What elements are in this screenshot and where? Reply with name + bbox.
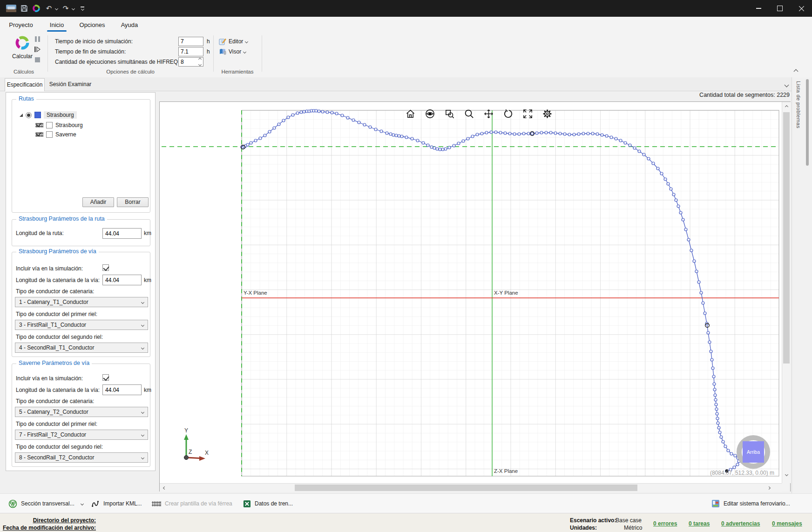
ribbon-collapse-icon[interactable] bbox=[794, 68, 798, 74]
settings-gear-icon[interactable] bbox=[541, 108, 553, 120]
route-radio[interactable] bbox=[26, 112, 32, 118]
scroll-right-icon[interactable] bbox=[765, 484, 772, 492]
tree-row-route[interactable]: Strasbourg bbox=[20, 111, 77, 119]
track-checkbox[interactable] bbox=[46, 122, 53, 128]
first-rail-conductor-select[interactable]: 3 - FirstRail_T1_Conductor bbox=[15, 320, 148, 330]
tree-row-track[interactable]: Saverne bbox=[35, 130, 76, 139]
visor-button[interactable]: Visor bbox=[219, 47, 246, 56]
undo-button[interactable]: ↶ bbox=[45, 4, 53, 13]
chevron-down-icon bbox=[141, 300, 144, 303]
pause-button[interactable] bbox=[34, 35, 41, 43]
track-label[interactable]: Strasbourg bbox=[55, 122, 83, 128]
close-button[interactable] bbox=[791, 0, 812, 17]
first-rail-conductor-select[interactable]: 7 - FirstRail_T2_Conductor bbox=[15, 430, 148, 440]
horizontal-scroll-thumb[interactable] bbox=[295, 485, 637, 491]
scroll-up-icon[interactable] bbox=[783, 103, 790, 110]
catenary-conductor-select[interactable]: 5 - Catenary_T2_Conductor bbox=[15, 407, 148, 417]
track-checkbox[interactable] bbox=[46, 131, 53, 138]
step-button[interactable] bbox=[34, 46, 41, 53]
add-route-button[interactable]: Añadir bbox=[82, 197, 114, 207]
save-icon[interactable] bbox=[20, 4, 29, 13]
pan-icon[interactable] bbox=[482, 108, 494, 120]
route-label[interactable]: Strasbourg bbox=[44, 111, 77, 119]
catenary-length-unit: km bbox=[144, 387, 151, 393]
maximize-button[interactable] bbox=[769, 0, 791, 17]
second-rail-conductor-select[interactable]: 4 - SecondRail_T1_Conductor bbox=[15, 343, 148, 353]
catenary-length-input[interactable] bbox=[102, 275, 142, 285]
messages-link[interactable]: 0 mensajes bbox=[772, 520, 802, 527]
tree-expander-icon[interactable] bbox=[20, 114, 23, 117]
view-cube-top-button[interactable]: Arriba bbox=[743, 441, 764, 463]
horizontal-scrollbar[interactable] bbox=[160, 483, 782, 492]
plane-label-yx: Y-X Plane bbox=[244, 290, 267, 296]
editor-button[interactable]: Editor bbox=[219, 37, 248, 46]
route-3d-viewport[interactable]: Y-X Plane X-Y Plane Z-X Plane bbox=[159, 101, 791, 492]
scroll-down-icon[interactable] bbox=[783, 471, 790, 478]
tabstrip-dropdown-icon[interactable] bbox=[785, 81, 788, 88]
problems-panel-strip[interactable]: Lista de problemas bbox=[792, 77, 812, 493]
zoom-window-icon[interactable] bbox=[443, 108, 455, 120]
chevron-down-icon[interactable] bbox=[81, 502, 84, 505]
scroll-left-icon[interactable] bbox=[161, 484, 168, 492]
calcular-button[interactable]: Calcular bbox=[9, 34, 35, 63]
logo-icon[interactable] bbox=[32, 4, 41, 13]
hifreq-runs-label: Cantidad de ejecuciones simultáneas de H… bbox=[55, 58, 179, 66]
rotate-icon[interactable] bbox=[502, 108, 514, 120]
fit-view-icon[interactable] bbox=[521, 108, 534, 120]
redo-dropdown-icon[interactable] bbox=[71, 4, 75, 13]
redo-button[interactable]: ↷ bbox=[61, 4, 70, 13]
track-label[interactable]: Saverne bbox=[55, 131, 76, 138]
catenary-conductor-select[interactable]: 1 - Catenary_T1_Conductor bbox=[15, 297, 148, 307]
cross-section-button[interactable]: Sección transversal... bbox=[8, 494, 83, 513]
catenary-length-label: Longitud de la catenaria de la vía: bbox=[16, 277, 100, 283]
menu-tab-ayuda[interactable]: Ayuda bbox=[119, 20, 140, 30]
catenary-length-input[interactable] bbox=[102, 384, 142, 395]
calcular-label: Calcular bbox=[9, 53, 35, 60]
create-track-template-button[interactable]: Crear plantilla de vía férrea bbox=[152, 494, 232, 513]
train-data-icon bbox=[243, 500, 251, 508]
plane-label-zx: Z-X Plane bbox=[494, 468, 518, 474]
vertical-scroll-thumb[interactable] bbox=[783, 112, 790, 364]
delete-route-button[interactable]: Borrar bbox=[117, 197, 149, 207]
problems-panel-label[interactable]: Lista de problemas bbox=[796, 81, 801, 128]
edit-railway-system-button[interactable]: Editar sistema ferroviario... bbox=[711, 494, 790, 513]
menu-tab-proyecto[interactable]: Proyecto bbox=[9, 20, 33, 30]
select-value: 7 - FirstRail_T2_Conductor bbox=[19, 431, 142, 438]
select-value: 4 - SecondRail_T1_Conductor bbox=[19, 344, 142, 351]
units-value: Métrico bbox=[624, 525, 642, 531]
include-track-checkbox[interactable] bbox=[102, 264, 109, 271]
train-data-button[interactable]: Datos de tren... bbox=[243, 494, 293, 513]
select-value: 3 - FirstRail_T1_Conductor bbox=[19, 322, 142, 328]
second-rail-conductor-select[interactable]: 8 - SecondRail_T2_Conductor bbox=[15, 452, 148, 463]
select-value: 1 - Catenary_T1_Conductor bbox=[19, 299, 142, 305]
include-track-checkbox[interactable] bbox=[102, 374, 109, 381]
eye-icon[interactable] bbox=[424, 108, 436, 120]
specification-panel: Rutas Strasbourg Strasbourg Saverne Añad… bbox=[6, 92, 156, 471]
catenary-conductor-label: Tipo de conductor de catenaria: bbox=[16, 398, 94, 404]
hifreq-runs-spinner[interactable] bbox=[197, 58, 203, 66]
undo-dropdown-icon[interactable] bbox=[54, 4, 59, 13]
tasks-link[interactable]: 0 tareas bbox=[689, 520, 710, 527]
project-directory-label[interactable]: Directorio del proyecto: bbox=[0, 517, 96, 524]
home-icon[interactable] bbox=[404, 108, 416, 120]
problems-panel-handle[interactable] bbox=[806, 79, 809, 166]
sim-end-input[interactable] bbox=[178, 47, 203, 56]
tab-sesion-examinar[interactable]: Sesión Examinar bbox=[46, 78, 95, 91]
route-length-input[interactable] bbox=[102, 228, 142, 239]
customize-toolbar-icon[interactable] bbox=[79, 4, 86, 13]
tab-especificacion[interactable]: Especificación bbox=[5, 78, 45, 91]
minimize-button[interactable] bbox=[748, 0, 769, 17]
tree-row-track[interactable]: Strasbourg bbox=[35, 121, 83, 129]
menu-tab-opciones[interactable]: Opciones bbox=[79, 20, 105, 30]
railway-system-icon bbox=[711, 499, 720, 508]
track2-groupbox: Saverne Parámetros de vía Incluir vía en… bbox=[12, 364, 150, 467]
sim-start-input[interactable] bbox=[178, 37, 203, 46]
warnings-link[interactable]: 0 advertencias bbox=[721, 520, 760, 527]
file-modified-label[interactable]: Fecha de modificación del archivo: bbox=[0, 525, 96, 531]
zoom-icon[interactable] bbox=[463, 108, 475, 120]
import-kml-button[interactable]: Importar KML... bbox=[91, 494, 142, 513]
vertical-scrollbar[interactable] bbox=[782, 102, 791, 483]
errors-link[interactable]: 0 errores bbox=[653, 520, 677, 527]
menu-tab-inicio[interactable]: Inicio bbox=[47, 20, 67, 30]
stop-button[interactable] bbox=[34, 56, 41, 63]
